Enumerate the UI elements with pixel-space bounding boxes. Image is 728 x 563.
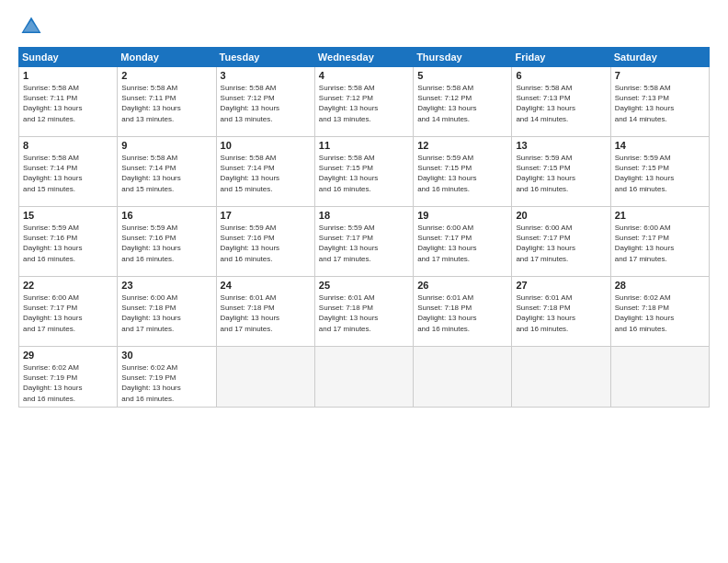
calendar-cell: 19Sunrise: 6:00 AM Sunset: 7:17 PM Dayli… [414,207,512,277]
calendar-week-1: 1Sunrise: 5:58 AM Sunset: 7:11 PM Daylig… [19,67,710,137]
day-number: 1 [23,70,113,81]
calendar-cell [216,347,314,408]
calendar-cell: 30Sunrise: 6:02 AM Sunset: 7:19 PM Dayli… [118,347,216,408]
page: SundayMondayTuesdayWednesdayThursdayFrid… [0,0,728,563]
calendar-cell: 12Sunrise: 5:59 AM Sunset: 7:15 PM Dayli… [414,137,512,207]
calendar-cell: 15Sunrise: 5:59 AM Sunset: 7:16 PM Dayli… [19,207,118,277]
day-number: 30 [121,350,211,361]
day-number: 5 [417,70,507,81]
day-number: 3 [221,70,311,81]
calendar-header-friday: Friday [512,48,610,67]
day-info: Sunrise: 5:59 AM Sunset: 7:15 PM Dayligh… [516,153,606,194]
calendar-header-row: SundayMondayTuesdayWednesdayThursdayFrid… [19,48,710,67]
day-number: 28 [615,280,705,291]
calendar-cell: 1Sunrise: 5:58 AM Sunset: 7:11 PM Daylig… [19,67,118,137]
calendar-cell: 10Sunrise: 5:58 AM Sunset: 7:14 PM Dayli… [216,137,314,207]
day-number: 10 [221,140,311,151]
day-info: Sunrise: 5:59 AM Sunset: 7:16 PM Dayligh… [23,223,113,264]
day-info: Sunrise: 5:58 AM Sunset: 7:13 PM Dayligh… [516,83,606,124]
calendar-cell: 18Sunrise: 5:59 AM Sunset: 7:17 PM Dayli… [314,207,413,277]
calendar-cell: 27Sunrise: 6:01 AM Sunset: 7:18 PM Dayli… [512,277,610,347]
calendar-cell: 14Sunrise: 5:59 AM Sunset: 7:15 PM Dayli… [610,137,709,207]
day-number: 23 [121,280,211,291]
calendar-cell [414,347,512,408]
day-number: 19 [417,210,507,221]
day-number: 24 [221,280,311,291]
day-info: Sunrise: 6:02 AM Sunset: 7:18 PM Dayligh… [615,293,705,334]
day-info: Sunrise: 6:00 AM Sunset: 7:18 PM Dayligh… [121,293,211,334]
calendar-week-3: 15Sunrise: 5:59 AM Sunset: 7:16 PM Dayli… [19,207,710,277]
logo [18,14,48,40]
day-info: Sunrise: 6:00 AM Sunset: 7:17 PM Dayligh… [516,223,606,264]
calendar-cell [314,347,413,408]
day-info: Sunrise: 5:58 AM Sunset: 7:15 PM Dayligh… [319,153,409,194]
calendar-week-4: 22Sunrise: 6:00 AM Sunset: 7:17 PM Dayli… [19,277,710,347]
calendar-cell: 26Sunrise: 6:01 AM Sunset: 7:18 PM Dayli… [414,277,512,347]
day-info: Sunrise: 5:58 AM Sunset: 7:13 PM Dayligh… [615,83,705,124]
calendar-header-saturday: Saturday [610,48,709,67]
day-number: 4 [319,70,409,81]
day-number: 27 [516,280,606,291]
day-info: Sunrise: 5:59 AM Sunset: 7:17 PM Dayligh… [319,223,409,264]
day-number: 7 [615,70,705,81]
day-info: Sunrise: 6:00 AM Sunset: 7:17 PM Dayligh… [615,223,705,264]
day-number: 8 [23,140,113,151]
day-number: 29 [23,350,113,361]
calendar-cell: 6Sunrise: 5:58 AM Sunset: 7:13 PM Daylig… [512,67,610,137]
day-info: Sunrise: 5:58 AM Sunset: 7:11 PM Dayligh… [121,83,211,124]
day-info: Sunrise: 5:59 AM Sunset: 7:16 PM Dayligh… [121,223,211,264]
day-info: Sunrise: 5:58 AM Sunset: 7:14 PM Dayligh… [23,153,113,194]
day-info: Sunrise: 5:58 AM Sunset: 7:12 PM Dayligh… [221,83,311,124]
day-info: Sunrise: 5:58 AM Sunset: 7:12 PM Dayligh… [319,83,409,124]
calendar-cell: 17Sunrise: 5:59 AM Sunset: 7:16 PM Dayli… [216,207,314,277]
day-info: Sunrise: 5:58 AM Sunset: 7:12 PM Dayligh… [417,83,507,124]
calendar-week-2: 8Sunrise: 5:58 AM Sunset: 7:14 PM Daylig… [19,137,710,207]
calendar-header-monday: Monday [118,48,216,67]
calendar-cell: 8Sunrise: 5:58 AM Sunset: 7:14 PM Daylig… [19,137,118,207]
calendar-cell: 28Sunrise: 6:02 AM Sunset: 7:18 PM Dayli… [610,277,709,347]
calendar-cell [512,347,610,408]
day-number: 18 [319,210,409,221]
calendar-cell: 16Sunrise: 5:59 AM Sunset: 7:16 PM Dayli… [118,207,216,277]
day-number: 21 [615,210,705,221]
day-number: 12 [417,140,507,151]
calendar-header-wednesday: Wednesday [314,48,413,67]
calendar-cell: 20Sunrise: 6:00 AM Sunset: 7:17 PM Dayli… [512,207,610,277]
day-info: Sunrise: 6:01 AM Sunset: 7:18 PM Dayligh… [319,293,409,334]
day-info: Sunrise: 6:00 AM Sunset: 7:17 PM Dayligh… [417,223,507,264]
day-info: Sunrise: 5:59 AM Sunset: 7:15 PM Dayligh… [615,153,705,194]
calendar-cell: 13Sunrise: 5:59 AM Sunset: 7:15 PM Dayli… [512,137,610,207]
day-info: Sunrise: 6:02 AM Sunset: 7:19 PM Dayligh… [121,362,211,404]
calendar-cell: 5Sunrise: 5:58 AM Sunset: 7:12 PM Daylig… [414,67,512,137]
day-info: Sunrise: 6:01 AM Sunset: 7:18 PM Dayligh… [417,293,507,334]
day-number: 14 [615,140,705,151]
calendar-cell: 23Sunrise: 6:00 AM Sunset: 7:18 PM Dayli… [118,277,216,347]
calendar-header-thursday: Thursday [414,48,512,67]
day-number: 13 [516,140,606,151]
day-info: Sunrise: 5:58 AM Sunset: 7:14 PM Dayligh… [121,153,211,194]
day-number: 22 [23,280,113,291]
calendar-header-tuesday: Tuesday [216,48,314,67]
day-number: 15 [23,210,113,221]
calendar-cell: 25Sunrise: 6:01 AM Sunset: 7:18 PM Dayli… [314,277,413,347]
calendar-cell: 24Sunrise: 6:01 AM Sunset: 7:18 PM Dayli… [216,277,314,347]
day-info: Sunrise: 6:01 AM Sunset: 7:18 PM Dayligh… [516,293,606,334]
calendar-cell [610,347,709,408]
calendar-week-5: 29Sunrise: 6:02 AM Sunset: 7:19 PM Dayli… [19,347,710,408]
day-info: Sunrise: 5:58 AM Sunset: 7:14 PM Dayligh… [221,153,311,194]
calendar-cell: 22Sunrise: 6:00 AM Sunset: 7:17 PM Dayli… [19,277,118,347]
day-info: Sunrise: 5:59 AM Sunset: 7:16 PM Dayligh… [221,223,311,264]
day-info: Sunrise: 6:02 AM Sunset: 7:19 PM Dayligh… [23,362,113,404]
logo-icon [18,14,44,40]
calendar-cell: 11Sunrise: 5:58 AM Sunset: 7:15 PM Dayli… [314,137,413,207]
day-info: Sunrise: 5:59 AM Sunset: 7:15 PM Dayligh… [417,153,507,194]
day-number: 6 [516,70,606,81]
day-number: 2 [121,70,211,81]
calendar-cell: 29Sunrise: 6:02 AM Sunset: 7:19 PM Dayli… [19,347,118,408]
calendar: SundayMondayTuesdayWednesdayThursdayFrid… [18,47,710,408]
calendar-cell: 9Sunrise: 5:58 AM Sunset: 7:14 PM Daylig… [118,137,216,207]
calendar-cell: 4Sunrise: 5:58 AM Sunset: 7:12 PM Daylig… [314,67,413,137]
calendar-cell: 3Sunrise: 5:58 AM Sunset: 7:12 PM Daylig… [216,67,314,137]
day-number: 17 [221,210,311,221]
day-number: 16 [121,210,211,221]
